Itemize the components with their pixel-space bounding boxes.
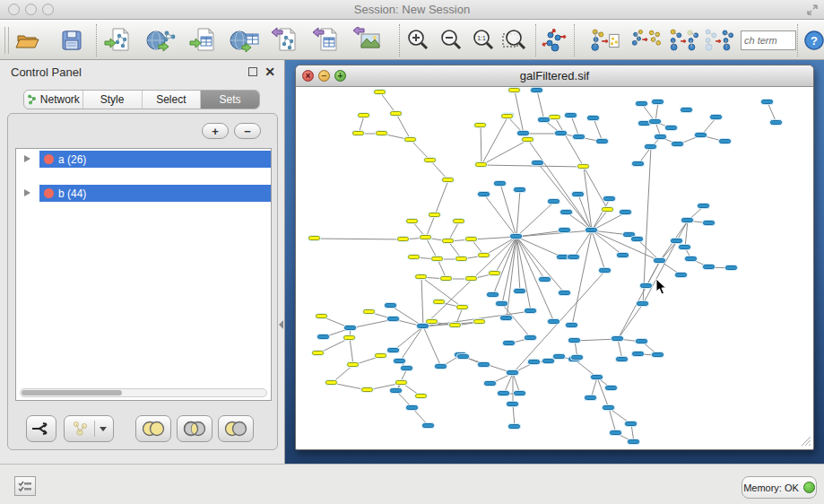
graph-node[interactable] [358,113,369,117]
export-network-button[interactable] [270,25,300,56]
graph-node[interactable] [703,221,715,225]
graph-node[interactable] [489,271,500,275]
graph-node[interactable] [503,341,515,345]
graph-node[interactable] [361,387,373,392]
graph-node[interactable] [508,424,520,429]
graph-node[interactable] [406,219,418,223]
tab-select[interactable]: Select [143,91,202,109]
close-panel-icon[interactable]: ✕ [265,65,275,79]
toolbar-drag-handle[interactable] [4,27,9,54]
graph-node[interactable] [681,108,692,112]
graph-node[interactable] [710,115,722,119]
graph-node[interactable] [316,314,327,318]
graph-node[interactable] [599,268,611,273]
graph-node[interactable] [557,255,568,259]
graph-node[interactable] [474,123,486,127]
graph-node[interactable] [531,88,542,92]
graph-node[interactable] [442,178,454,182]
graph-node[interactable] [457,354,469,359]
graph-node[interactable] [395,380,407,385]
graph-node[interactable] [532,161,543,165]
graph-node[interactable] [374,90,386,94]
graph-node[interactable] [631,237,643,241]
expand-triangle-icon[interactable] [24,155,30,162]
graph-node[interactable] [397,237,409,241]
graph-node[interactable] [603,405,614,410]
sets-list[interactable]: a (26) b (44) [15,148,272,401]
graph-node[interactable] [406,405,418,410]
search-input[interactable] [741,30,796,50]
graph-node[interactable] [449,323,461,327]
graph-node[interactable] [611,336,623,341]
graph-node[interactable] [566,323,577,327]
import-table-url-button[interactable] [230,25,260,56]
float-panel-icon[interactable] [248,67,257,76]
tab-sets[interactable]: Sets [201,91,259,109]
graph-node[interactable] [719,139,731,143]
copy-set-button[interactable] [668,25,698,56]
graph-node[interactable] [433,300,445,304]
graph-node[interactable] [770,120,782,125]
graph-node[interactable] [415,274,427,279]
graph-node[interactable] [560,210,572,214]
collapse-panel-handle[interactable] [279,320,283,329]
graph-node[interactable] [571,355,583,360]
open-session-button[interactable] [12,25,42,56]
intersection-button[interactable] [177,415,213,442]
graph-node[interactable] [508,88,520,92]
graph-node[interactable] [317,335,329,339]
graph-node[interactable] [548,199,559,204]
graph-node[interactable] [616,357,628,361]
graph-node[interactable] [431,256,443,261]
graph-node[interactable] [465,276,477,281]
graph-node[interactable] [625,421,637,426]
graph-node[interactable] [375,353,386,358]
graph-node[interactable] [514,391,525,395]
graph-node[interactable] [703,265,715,269]
graph-node[interactable] [390,388,402,393]
graph-node[interactable] [500,316,512,320]
graph-node[interactable] [698,204,709,208]
list-item-set-a[interactable]: a (26) [16,151,271,168]
scrollbar-thumb[interactable] [22,390,122,395]
graph-node[interactable] [617,253,629,257]
graph-node[interactable] [555,131,567,135]
graph-node[interactable] [649,119,661,124]
expand-triangle-icon[interactable] [24,189,30,196]
graph-node[interactable] [325,380,337,385]
graph-node[interactable] [559,291,570,295]
graph-node[interactable] [456,305,468,309]
import-table-file-button[interactable] [188,25,219,56]
graph-node[interactable] [672,142,683,146]
graph-node[interactable] [549,115,560,119]
graph-node[interactable] [347,362,359,367]
memory-status-badge[interactable]: Memory: OK [742,476,817,499]
graph-node[interactable] [473,319,485,324]
graph-node[interactable] [528,360,540,364]
graph-node[interactable] [591,375,603,379]
apply-layout-button[interactable] [539,25,569,56]
graph-node[interactable] [610,430,621,435]
graph-node[interactable] [638,121,650,126]
graph-node[interactable] [645,144,656,149]
graph-node[interactable] [478,253,490,257]
graph-node[interactable] [344,326,356,330]
graph-node[interactable] [514,289,525,293]
zoom-out-button[interactable] [436,25,466,56]
graph-node[interactable] [517,131,529,135]
zoom-actual-size-button[interactable]: 1:1 [468,25,499,56]
graph-node[interactable] [685,256,697,261]
graph-node[interactable] [538,117,550,122]
graph-node[interactable] [679,245,690,249]
graph-node[interactable] [475,162,487,167]
graph-node[interactable] [587,116,599,120]
graph-node[interactable] [496,301,507,306]
graph-node[interactable] [636,101,647,106]
tab-style[interactable]: Style [83,91,143,109]
graph-node[interactable] [568,255,579,259]
create-set-network-dropdown[interactable] [64,415,114,442]
graph-node[interactable] [654,258,665,263]
graph-node[interactable] [487,292,499,297]
graph-node[interactable] [525,335,536,340]
graph-node[interactable] [671,239,682,243]
